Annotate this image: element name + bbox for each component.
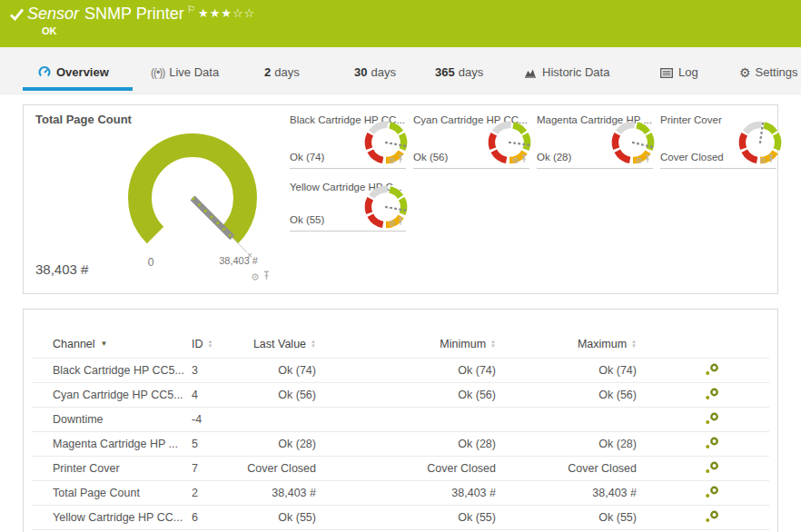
settings-gear-icon: ⚙ [739,65,751,80]
last-value: Ok (74) [246,364,316,377]
tile-value: Ok (28) [537,152,571,163]
channel-settings-icon[interactable] [705,437,719,452]
channel-settings-icon[interactable] [705,388,719,403]
active-tab-underline [23,87,133,91]
channel-name[interactable]: Cyan Cartridge HP CC5... [32,389,192,401]
tile-title: Printer Cover [660,114,722,125]
tile-gear-icon[interactable]: ⚙ [636,156,643,165]
channel-name[interactable]: Total Page Count [32,487,192,499]
channel-tile-yellow-cartridge[interactable]: Yellow Cartridge HP C... Ok (55) ⚙ [290,179,406,232]
channel-settings-icon[interactable] [705,412,719,428]
tab-log[interactable]: Log [660,65,698,81]
channel-table: Channel▼ ID▲▼ Last Value▲▼ Minimum▲▼ Max… [32,330,769,530]
maximum-value: 38,403 # [496,487,637,499]
gauge-scale-min: 0 [142,256,160,269]
channel-id: 2 [192,487,246,499]
table-row: Black Cartridge HP CC5... 3 Ok (74) Ok (… [32,359,769,383]
tile-value: Ok (74) [290,152,324,163]
channel-tile-printer-cover[interactable]: Printer Cover Cover Closed ⚙ [660,112,776,169]
column-header-minimum[interactable]: Minimum▲▼ [316,338,496,350]
channel-id: 6 [192,511,246,524]
column-header-channel[interactable]: Channel▼ [32,338,192,350]
minimum-value: Ok (74) [316,364,496,377]
last-value: Cover Closed [246,462,316,475]
channel-tile-cyan-cartridge[interactable]: Cyan Cartridge HP CC... Ok (56) ⚙ [413,112,529,169]
tab-bar: Overview ((•))Live Data 2days 30days 365… [0,47,801,94]
channel-settings-icon[interactable] [705,510,719,526]
tab-historic-label: Historic Data [542,65,609,79]
last-value: Ok (28) [246,438,316,450]
pin-icon[interactable] [644,151,651,166]
sensor-status-badge: OK [42,25,57,36]
gauges-panel: Total Page Count × 0 38,403 # 38,403 # ⚙… [23,104,778,294]
table-header-row: Channel▼ ID▲▼ Last Value▲▼ Minimum▲▼ Max… [32,330,769,359]
minimum-value: Ok (56) [316,389,496,401]
priority-stars[interactable]: ★★★☆☆ [198,6,255,20]
tab-365-days[interactable]: 365days [435,65,483,79]
channel-name[interactable]: Black Cartridge HP CC5... [32,364,192,377]
channel-settings-icon[interactable] [705,461,719,477]
table-row: Printer Cover 7 Cover Closed Cover Close… [32,457,769,481]
historic-chart-icon [524,67,537,81]
pin-icon[interactable] [397,213,404,229]
maximum-value: Ok (28) [496,438,637,450]
channel-settings-icon[interactable] [705,363,719,379]
sort-desc-icon: ▼ [101,340,108,348]
tile-gear-icon[interactable]: ⚙ [251,271,260,282]
tile-gear-icon[interactable]: ⚙ [389,156,396,165]
minimum-value: Cover Closed [316,462,496,475]
sort-icon: ▲▼ [631,340,637,349]
last-value: Ok (55) [246,511,316,524]
channel-name[interactable]: Printer Cover [32,462,192,475]
minimum-value: Ok (28) [316,438,496,450]
tab-settings-label: Settings [756,65,798,79]
channel-tile-magenta-cartridge[interactable]: Magenta Cartridge HP ... Ok (28) ⚙ [537,112,653,169]
tile-gear-icon[interactable]: ⚙ [389,219,396,228]
flag-icon[interactable]: ⚐ [187,4,196,15]
last-value: Ok (56) [246,389,316,401]
tile-value: Ok (55) [290,214,324,225]
tab-settings[interactable]: ⚙Settings [739,65,798,80]
pin-icon[interactable] [520,151,528,166]
prtg-sensor-page: SensorSNMP Printer⚐ ★★★☆☆ OK Overview ((… [0,0,801,532]
column-header-maximum[interactable]: Maximum▲▼ [496,338,637,350]
table-row: Yellow Cartridge HP CC... 6 Ok (55) Ok (… [32,506,769,530]
column-header-last-value[interactable]: Last Value▲▼ [246,338,316,350]
sensor-title: SensorSNMP Printer⚐ [27,4,196,24]
channel-tile-black-cartridge[interactable]: Black Cartridge HP CC... Ok (74) ⚙ [290,112,406,169]
channel-id: -4 [192,413,246,426]
last-value: 38,403 # [246,487,316,499]
maximum-value: Cover Closed [496,462,637,475]
tab-2-days[interactable]: 2days [264,65,300,79]
column-header-id[interactable]: ID▲▼ [192,338,246,350]
pin-icon[interactable] [397,151,404,166]
channel-settings-icon[interactable] [705,486,719,501]
total-page-count-value: 38,403 # [35,261,88,277]
channel-table-panel: Channel▼ ID▲▼ Last Value▲▼ Minimum▲▼ Max… [23,309,778,532]
channel-id: 3 [192,364,246,377]
channel-name[interactable]: Yellow Cartridge HP CC... [32,511,192,524]
maximum-value: Ok (74) [496,364,637,377]
tab-overview-label: Overview [56,65,109,79]
tile-gear-icon[interactable]: ⚙ [512,156,519,165]
tab-overview[interactable]: Overview [38,65,109,81]
channel-name[interactable]: Magenta Cartridge HP ... [32,438,192,450]
tab-log-label: Log [678,65,698,79]
tab-live-data[interactable]: ((•))Live Data [151,65,219,79]
sensor-type-label: Sensor [27,5,79,23]
channel-name[interactable]: Downtime [32,413,192,426]
tab-30-days[interactable]: 30days [354,65,396,79]
pin-icon[interactable] [767,151,775,166]
table-row: Cyan Cartridge HP CC5... 4 Ok (56) Ok (5… [32,383,769,408]
tab-historic-data[interactable]: Historic Data [524,65,609,81]
maximum-value: Ok (55) [496,511,637,524]
channel-id: 4 [192,389,246,401]
pin-icon[interactable] [262,268,271,283]
live-data-icon: ((•)) [151,66,164,79]
sort-icon: ▲▼ [208,340,213,349]
tile-gear-icon[interactable]: ⚙ [759,156,766,165]
gauge-scale-max: 38,403 # [185,255,258,266]
log-icon [660,67,673,81]
sensor-name: SNMP Printer [84,5,184,23]
channel-id: 7 [192,462,246,475]
